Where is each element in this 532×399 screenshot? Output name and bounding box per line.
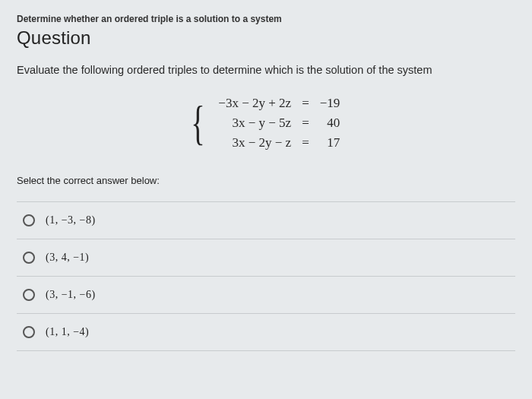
equation-table: −3x − 2y + 2z = −19 3x − y − 5z = 40 3x … bbox=[212, 93, 346, 154]
system-of-equations: { −3x − 2y + 2z = −19 3x − y − 5z = 40 3… bbox=[17, 93, 515, 154]
radio-icon bbox=[23, 289, 35, 301]
question-card: Determine whether an ordered triple is a… bbox=[0, 0, 532, 399]
equation-row: −3x − 2y + 2z = −19 bbox=[214, 94, 344, 112]
radio-icon bbox=[23, 214, 35, 226]
equation-lhs: 3x − 2y − z bbox=[214, 134, 296, 152]
equation-lhs: 3x − y − 5z bbox=[214, 114, 296, 132]
answer-option[interactable]: (3, −1, −6) bbox=[17, 277, 515, 314]
select-answer-label: Select the correct answer below: bbox=[17, 175, 515, 195]
equation-row: 3x − y − 5z = 40 bbox=[214, 114, 344, 132]
answer-option[interactable]: (1, 1, −4) bbox=[17, 314, 515, 351]
equals-sign: = bbox=[297, 94, 314, 112]
equals-sign: = bbox=[297, 114, 314, 132]
equation-rhs: −19 bbox=[315, 94, 345, 112]
question-prompt: Evaluate the following ordered triples t… bbox=[17, 64, 515, 76]
answer-option[interactable]: (1, −3, −8) bbox=[17, 202, 515, 239]
option-label: (1, −3, −8) bbox=[46, 214, 96, 226]
equation-rhs: 17 bbox=[315, 134, 345, 152]
equation-row: 3x − 2y − z = 17 bbox=[214, 134, 344, 152]
option-label: (1, 1, −4) bbox=[46, 326, 89, 338]
option-label: (3, 4, −1) bbox=[46, 252, 89, 264]
answer-options: (1, −3, −8) (3, 4, −1) (3, −1, −6) (1, 1… bbox=[17, 201, 515, 351]
question-heading: Question bbox=[17, 27, 515, 49]
equation-rhs: 40 bbox=[315, 114, 345, 132]
option-label: (3, −1, −6) bbox=[46, 289, 96, 301]
equation-lhs: −3x − 2y + 2z bbox=[214, 94, 296, 112]
answer-option[interactable]: (3, 4, −1) bbox=[17, 239, 515, 277]
radio-icon bbox=[23, 252, 35, 264]
radio-icon bbox=[23, 326, 35, 338]
equals-sign: = bbox=[297, 134, 314, 152]
topic-label: Determine whether an ordered triple is a… bbox=[17, 14, 515, 24]
left-brace-icon: { bbox=[191, 99, 204, 147]
